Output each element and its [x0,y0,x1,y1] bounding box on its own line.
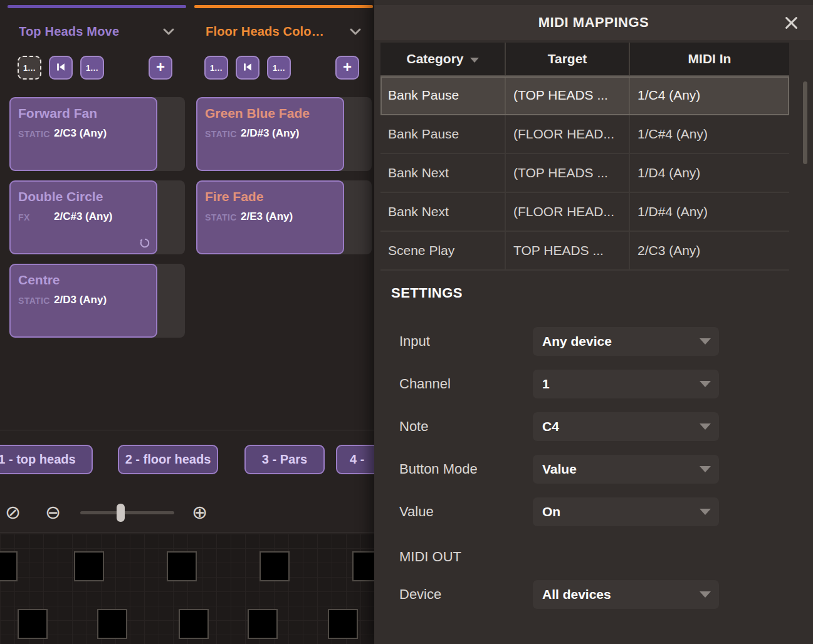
category-cell: Bank Next [380,193,506,231]
mapping-row[interactable]: Bank Pause(FLOOR HEAD...1/C#4 (Any) [380,115,789,154]
dropdown-input[interactable]: Any device [533,327,719,356]
dropdown-value[interactable]: On [533,497,719,526]
dmx-grid [0,534,374,644]
target-cell: (TOP HEADS ... [506,76,630,114]
fixture-cell[interactable] [18,609,48,639]
scene-meta: STATIC2/D3 (Any) [18,294,149,308]
mapping-row[interactable]: Scene PlayTOP HEADS ...2/C3 (Any) [380,232,789,271]
mapping-row[interactable]: Bank Next(TOP HEADS ...1/D4 (Any) [380,154,789,193]
skip-back-icon [241,61,254,75]
scene-name: Double Circle [18,189,149,204]
scene-type-label: STATIC [18,129,52,139]
fixture-cell[interactable] [260,551,290,581]
zoom-slider-thumb[interactable] [117,504,125,522]
fixture-cell[interactable] [0,551,18,581]
scene-type-label: FX [18,212,52,222]
scene-bank-column: Floor Heads Colo…1…1…+Green Blue FadeSTA… [194,5,373,264]
mapping-row[interactable]: Bank Pause(TOP HEADS ...1/C4 (Any) [380,76,789,115]
column-title[interactable]: Top Heads Move [19,24,119,39]
table-header-row: CategoryTargetMIDI In [380,43,789,76]
bank-tab-2[interactable]: 2 - floor heads [118,445,218,474]
bank-select-button[interactable]: 1… [267,56,291,80]
scene-tile[interactable]: Forward FanSTATIC2/C3 (Any) [9,97,157,171]
scene-tile[interactable]: Double CircleFX2/C#3 (Any) [9,180,157,254]
fixture-cell[interactable] [248,609,278,639]
mapping-table: CategoryTargetMIDI In Bank Pause(TOP HEA… [380,43,789,271]
add-scene-button[interactable]: + [335,56,359,80]
column-header-label: MIDI In [688,51,732,66]
table-scrollbar-thumb[interactable] [803,81,807,164]
setting-label: Channel [399,376,533,392]
midi-in-cell: 1/D4 (Any) [630,154,789,192]
scene-name: Fire Fade [205,189,335,204]
scene-slot: CentreSTATIC2/D3 (Any) [9,264,185,338]
zoom-out-icon[interactable]: ⊖ [45,499,61,526]
scene-bank-column: Top Heads Move1…1…+Forward FanSTATIC2/C3… [8,5,186,347]
bank-tab-1[interactable]: 1 - top heads [0,445,93,474]
scene-slot: Fire FadeSTATIC2/E3 (Any) [196,180,372,254]
target-cell: (FLOOR HEAD... [506,115,630,153]
setting-row: ValueOn [399,497,813,526]
dropdown-button-mode[interactable]: Value [533,455,719,484]
setting-label: Note [399,418,533,435]
skip-back-button[interactable] [236,56,260,80]
zoom-slider[interactable] [80,499,174,526]
dropdown-device[interactable]: All devices [533,580,719,609]
dropdown-channel[interactable]: 1 [533,370,719,398]
panel-title: MIDI MAPPINGS [538,14,649,31]
fixture-cell[interactable] [97,609,127,639]
bank-toolbar: 1…1…+ [8,55,186,81]
setting-row: InputAny device [399,327,813,356]
midi-in-cell: 1/D#4 (Any) [630,193,789,231]
dropdown-note[interactable]: C4 [533,412,719,441]
bank-select-button[interactable]: 1… [80,56,104,80]
zoom-in-icon[interactable]: ⊕ [192,499,207,526]
setting-row: Button ModeValue [399,455,813,484]
bank-tab-3[interactable]: 3 - Pars [244,445,325,474]
zoom-toolbar: ⊘ ⊖ ⊕ [0,499,374,526]
scene-type-label: STATIC [205,129,239,139]
column-header-target[interactable]: Target [506,43,630,75]
column-title[interactable]: Floor Heads Colo… [206,24,324,39]
chevron-down-icon [700,338,711,345]
settings-fields: InputAny deviceChannel1NoteC4Button Mode… [374,327,813,526]
midi-in-cell: 2/C3 (Any) [630,232,789,269]
scene-type-label: STATIC [18,296,52,306]
fixture-cell[interactable] [328,609,358,639]
column-header-midi-in[interactable]: MIDI In [630,43,789,75]
divider [0,430,374,430]
fixture-cell[interactable] [74,551,104,581]
bank-select-button[interactable]: 1… [18,56,41,80]
midi-out-fields: DeviceAll devices [374,580,813,609]
scene-meta: FX2/C#3 (Any) [18,210,149,224]
setting-row: NoteC4 [399,412,813,441]
settings-section: SETTINGS InputAny deviceChannel1NoteC4Bu… [374,281,813,623]
scene-name: Centre [18,273,149,288]
dropdown-value: Any device [542,334,612,349]
fixture-cell[interactable] [167,551,197,581]
dropdown-value: 1 [542,377,550,392]
target-cell: (FLOOR HEAD... [506,193,630,231]
bank-select-button[interactable]: 1… [204,56,228,80]
close-icon[interactable] [783,14,800,32]
skip-back-button[interactable] [49,56,73,80]
bank-tabs: 1 - top heads2 - floor heads3 - Pars4 - [0,445,374,475]
scene-tile[interactable]: CentreSTATIC2/D3 (Any) [9,264,157,338]
column-header-category[interactable]: Category [380,43,506,75]
scene-slot: Forward FanSTATIC2/C3 (Any) [9,97,185,171]
chevron-down-icon[interactable] [348,24,363,39]
midi-mappings-panel: MIDI MAPPINGS CategoryTargetMIDI In Bank… [374,0,813,644]
mapping-row[interactable]: Bank Next(FLOOR HEAD...1/D#4 (Any) [380,193,789,232]
scene-tile[interactable]: Green Blue FadeSTATIC2/D#3 (Any) [196,97,344,171]
setting-label: Value [399,504,533,520]
category-cell: Scene Play [380,232,506,269]
zoom-reset-icon[interactable]: ⊘ [5,499,21,526]
add-scene-button[interactable]: + [149,56,172,80]
chevron-down-icon[interactable] [161,24,176,39]
column-header-label: Target [548,51,587,66]
target-cell: (TOP HEADS ... [506,154,630,192]
scene-midi-label: 2/E3 (Any) [241,210,293,223]
scene-tile[interactable]: Fire FadeSTATIC2/E3 (Any) [196,180,344,254]
fixture-cell[interactable] [179,609,209,639]
dropdown-value: On [542,504,560,519]
